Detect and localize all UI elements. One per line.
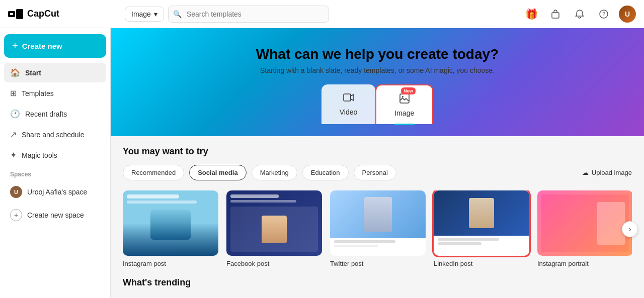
template-thumb-portrait (537, 190, 632, 256)
linkedin-text-area (434, 236, 529, 256)
svg-rect-6 (344, 94, 351, 101)
image-tab-inner: New (398, 92, 411, 106)
logo-text: CapCut (27, 9, 59, 19)
capcut-logo-icon (8, 8, 23, 20)
template-thumb-instagram (123, 190, 218, 256)
help-icon: ? (599, 9, 609, 19)
sidebar-item-create-space[interactable]: + Create new space (4, 204, 106, 226)
template-card-twitter[interactable]: Twitter post (330, 190, 426, 267)
facebook-label: Facebook post (226, 260, 322, 267)
top-right-icons: 🎁 ? U (522, 5, 636, 23)
sidebar-item-start[interactable]: 🏠 Start (4, 63, 106, 82)
hero-tabs: Video New Image (123, 84, 632, 124)
filter-education[interactable]: Education (302, 165, 349, 180)
twitter-text-area (330, 238, 426, 256)
template-row: Instagram post (123, 190, 632, 267)
sidebar-item-templates[interactable]: ⊞ Templates (4, 83, 106, 103)
dropdown-label: Image (131, 10, 151, 18)
image-dropdown[interactable]: Image ▾ (125, 7, 164, 22)
next-arrow-button[interactable]: › (622, 221, 638, 237)
filter-personal[interactable]: Personal (354, 165, 396, 180)
image-tab-icon (398, 98, 411, 106)
sidebar-item-recent[interactable]: 🕐 Recent drafts (4, 104, 106, 124)
template-row-wrap: Instagram post (123, 190, 632, 267)
main-layout: + Create new 🏠 Start ⊞ Templates 🕐 Recen… (0, 28, 644, 298)
create-space-label: Create new space (27, 211, 84, 219)
sidebar-item-urooj-space[interactable]: U Urooj Aafia's space (4, 181, 106, 203)
try-section-title: You may want to try (123, 146, 632, 157)
filter-social[interactable]: Social media (189, 165, 246, 180)
tab-image[interactable]: New Image (375, 84, 433, 124)
twitter-image-area (330, 190, 426, 238)
hero-subtitle: Starting with a blank slate, ready templ… (123, 66, 632, 74)
sidebar-start-label: Start (25, 69, 41, 77)
sidebar-item-magic[interactable]: ✦ Magic tools (4, 145, 106, 165)
magic-icon: ✦ (10, 150, 17, 160)
clock-icon: 🕐 (10, 109, 20, 119)
twitter-preview (330, 190, 426, 256)
filter-row: Recommended Social media Marketing Educa… (123, 165, 632, 180)
home-icon: 🏠 (10, 68, 20, 77)
video-tab-icon (343, 91, 355, 105)
portrait-preview (537, 190, 632, 256)
gift-button[interactable]: 🎁 (522, 5, 540, 23)
search-input[interactable] (168, 6, 329, 23)
twitter-person-graphic (364, 197, 392, 232)
upload-image-button[interactable]: ☁ Upload image (582, 169, 632, 176)
active-underline (394, 124, 415, 125)
bell-button[interactable] (571, 5, 589, 23)
sidebar: + Create new 🏠 Start ⊞ Templates 🕐 Recen… (0, 28, 111, 298)
logo-area: CapCut (8, 8, 119, 20)
share-icon: ↗ (10, 130, 17, 139)
search-icon: 🔍 (173, 10, 182, 18)
instagram-label: Instagram post (123, 260, 218, 267)
bell-icon (575, 9, 585, 19)
svg-point-8 (402, 96, 404, 97)
tab-video[interactable]: Video (321, 84, 376, 124)
create-new-label: Create new (22, 42, 62, 50)
bag-icon (550, 9, 560, 19)
portrait-label: Instagram portrait (537, 260, 632, 267)
search-area: Image ▾ 🔍 (125, 6, 516, 23)
template-card-instagram[interactable]: Instagram post (123, 190, 218, 267)
add-space-icon: + (10, 209, 22, 221)
template-thumb-twitter (330, 190, 426, 256)
template-card-linkedin[interactable]: LinkedIn post (434, 190, 529, 267)
sidebar-templates-label: Templates (22, 89, 54, 97)
svg-rect-2 (10, 13, 13, 15)
filter-marketing[interactable]: Marketing (252, 165, 297, 180)
sidebar-magic-label: Magic tools (22, 151, 57, 159)
filter-recommended[interactable]: Recommended (123, 165, 184, 180)
twitter-label: Twitter post (330, 260, 426, 267)
search-input-wrap: 🔍 (168, 6, 329, 23)
template-card-portrait[interactable]: Instagram portrait (537, 190, 632, 267)
linkedin-preview (434, 190, 529, 256)
svg-text:?: ? (602, 11, 605, 17)
template-card-facebook[interactable]: Facebook post (226, 190, 322, 267)
hero-banner: What can we help you create today? Start… (111, 28, 644, 136)
instagram-preview (123, 190, 218, 256)
create-new-button[interactable]: + Create new (4, 34, 106, 58)
facebook-preview (226, 190, 322, 256)
svg-rect-3 (552, 13, 559, 18)
avatar[interactable]: U (619, 6, 636, 23)
help-button[interactable]: ? (595, 5, 613, 23)
chevron-down-icon: ▾ (154, 10, 157, 18)
image-tab-label: Image (394, 109, 414, 117)
linkedin-image-area (434, 190, 529, 236)
new-badge: New (401, 87, 416, 94)
bag-button[interactable] (546, 5, 565, 23)
upload-icon: ☁ (582, 169, 589, 176)
space-name-label: Urooj Aafia's space (27, 188, 87, 196)
svg-rect-1 (16, 9, 23, 19)
plus-icon: + (12, 40, 18, 52)
svg-rect-7 (400, 94, 409, 103)
templates-icon: ⊞ (10, 88, 17, 98)
content-inner: You may want to try Recommended Social m… (111, 136, 644, 298)
content-area: What can we help you create today? Start… (111, 28, 644, 298)
sidebar-item-share[interactable]: ↗ Share and schedule (4, 125, 106, 144)
sidebar-recent-label: Recent drafts (25, 110, 67, 118)
linkedin-label: LinkedIn post (434, 260, 529, 267)
video-tab-label: Video (340, 108, 358, 116)
upload-label: Upload image (592, 169, 632, 176)
